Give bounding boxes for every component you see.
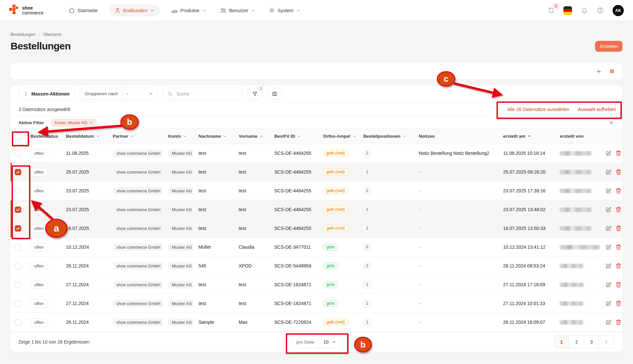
table-row[interactable]: offen18.07.2025shoe commerce GmbHMuster … xyxy=(11,219,622,238)
row-checkbox[interactable] xyxy=(15,319,21,325)
cell-partner: shoe commerce GmbH xyxy=(107,281,163,289)
cell-bestellpositionen: 1 xyxy=(358,281,413,289)
breadcrumb-item[interactable]: Bestellungen xyxy=(11,32,35,37)
table-row[interactable]: offen27.11.2024shoe commerce GmbHMuster … xyxy=(11,275,622,294)
ampel-badge: grün xyxy=(323,281,338,288)
row-checkbox[interactable] xyxy=(15,225,21,232)
edit-icon[interactable] xyxy=(605,169,612,175)
delete-icon[interactable] xyxy=(616,300,621,306)
create-button[interactable]: Erstellen xyxy=(595,41,622,52)
table-row[interactable]: offen27.11.2024shoe commerce GmbHMuster … xyxy=(11,294,622,313)
sync-button[interactable]: 0 xyxy=(548,7,555,14)
nav-item-system[interactable]: System xyxy=(267,4,303,16)
filter-presets-icon[interactable] xyxy=(609,68,615,75)
filter-button[interactable]: 1 xyxy=(248,88,262,100)
column-header-ortho-ampel[interactable]: Ortho-Ampel xyxy=(318,134,358,139)
delete-icon[interactable] xyxy=(616,188,621,194)
partner-badge: shoe commerce GmbH xyxy=(113,225,163,232)
clear-selection-link[interactable]: Auswahl aufheben xyxy=(578,107,616,112)
partner-badge: shoe commerce GmbH xyxy=(113,168,163,176)
redacted-user-name xyxy=(560,151,591,156)
table-row[interactable]: offen25.07.2025shoe commerce GmbHMuster … xyxy=(11,163,622,182)
columns-button[interactable] xyxy=(267,88,282,100)
row-checkbox[interactable] xyxy=(15,300,21,307)
nav-item-startseite[interactable]: Startseite xyxy=(67,4,100,16)
cell-bestellstatus: offen xyxy=(25,149,61,157)
ampel-badge: grün xyxy=(323,300,338,307)
edit-icon[interactable] xyxy=(605,282,612,288)
search-input[interactable] xyxy=(176,91,238,97)
table-row[interactable]: offen28.11.2024shoe commerce GmbHMuster … xyxy=(11,257,622,275)
row-checkbox[interactable] xyxy=(15,150,21,156)
row-checkbox[interactable] xyxy=(15,207,21,213)
select-all-checkbox[interactable] xyxy=(15,133,21,139)
delete-icon[interactable] xyxy=(616,150,621,156)
brand-logo[interactable]: shoecommerce xyxy=(9,4,44,16)
edit-icon[interactable] xyxy=(605,150,612,156)
row-checkbox[interactable] xyxy=(15,244,21,250)
row-checkbox[interactable] xyxy=(15,263,21,269)
column-header-nachname[interactable]: Nachname xyxy=(193,134,233,139)
column-header-bestelldatum[interactable]: Bestelldatum xyxy=(61,134,107,139)
table-row[interactable]: offen26.11.2024shoe commerce GmbHMuster … xyxy=(11,313,622,332)
edit-icon[interactable] xyxy=(605,207,612,213)
cell-notizen: Notiz Bestellung Notiz Bestellung2 xyxy=(413,151,498,156)
column-header-erstellt-am[interactable]: erstellt am xyxy=(498,134,555,139)
edit-icon[interactable] xyxy=(605,319,612,325)
help-icon[interactable] xyxy=(597,7,604,14)
konto-badge: Muster AG xyxy=(168,262,193,270)
chip-remove-icon[interactable]: ✕ xyxy=(90,121,93,125)
edit-icon[interactable] xyxy=(605,188,612,194)
page-button-3[interactable]: 3 xyxy=(584,336,599,348)
user-avatar[interactable]: AK xyxy=(613,5,624,16)
edit-icon[interactable] xyxy=(605,300,612,307)
cell-bestfit-id: SCS-DE-1824871 xyxy=(269,282,318,287)
delete-icon[interactable] xyxy=(616,319,621,325)
status-badge: offen xyxy=(30,224,48,233)
page-button-2[interactable]: 2 xyxy=(569,336,584,348)
filter-chip-konto[interactable]: Konto: Muster AG ✕ xyxy=(51,119,97,127)
delete-icon[interactable] xyxy=(616,225,621,231)
per-page-select[interactable]: pro Seite 10 xyxy=(291,335,341,349)
table-row[interactable]: offen23.07.2025shoe commerce GmbHMuster … xyxy=(11,182,622,200)
table-row[interactable]: offen11.08.2025shoe commerce GmbHMuster … xyxy=(11,144,622,163)
delete-icon[interactable] xyxy=(616,207,621,212)
cell-bestellpositionen: 1 xyxy=(358,319,413,326)
page-button-1[interactable]: 1 xyxy=(554,336,569,348)
select-all-link[interactable]: Alle 28 Datensätze auswählen xyxy=(507,107,569,112)
table-row[interactable]: offen10.12.2024shoe commerce GmbHMuster … xyxy=(11,238,622,257)
row-checkbox[interactable] xyxy=(15,188,21,194)
cell-bestellstatus: offen xyxy=(25,243,61,251)
delete-icon[interactable] xyxy=(616,263,621,269)
next-page-button[interactable] xyxy=(599,336,614,348)
konto-badge: Muster AG xyxy=(168,319,193,326)
column-header-bestellpositionen[interactable]: Bestellpositionen xyxy=(358,134,413,139)
nav-item-produkte[interactable]: Produkte xyxy=(169,4,209,17)
row-checkbox[interactable] xyxy=(15,282,21,288)
delete-icon[interactable] xyxy=(616,244,621,250)
delete-icon[interactable] xyxy=(616,282,621,288)
nav-item-endkunden[interactable]: Endkunden xyxy=(109,4,160,16)
column-header-vorname[interactable]: Vorname xyxy=(233,134,269,139)
delete-icon[interactable] xyxy=(616,169,621,175)
search-icon xyxy=(167,91,173,97)
notifications-bell-icon[interactable] xyxy=(581,7,588,14)
add-filter-icon[interactable] xyxy=(595,68,602,75)
cell-bestfit-id: SCS-DE-4464255 xyxy=(269,169,318,175)
nav-item-benutzer[interactable]: Benutzer xyxy=(218,4,257,17)
edit-icon[interactable] xyxy=(605,225,612,232)
column-header-bestfit-id[interactable]: BestFit ID xyxy=(269,134,318,139)
edit-icon[interactable] xyxy=(605,244,612,250)
column-header-konto[interactable]: Konto xyxy=(163,134,193,139)
breadcrumb-item[interactable]: Übersicht xyxy=(43,32,61,37)
group-by-select[interactable]: Gruppieren nach - xyxy=(80,88,158,100)
column-header-partner[interactable]: Partner xyxy=(107,134,163,139)
table-row[interactable]: offen23.07.2025shoe commerce GmbHMuster … xyxy=(11,200,622,219)
close-filters-icon[interactable] xyxy=(609,120,614,125)
edit-icon[interactable] xyxy=(605,263,612,269)
cell-partner: shoe commerce GmbH xyxy=(107,225,163,232)
positions-count-badge: 1 xyxy=(363,319,371,326)
bulk-actions-button[interactable]: Massen-Aktionen xyxy=(18,88,75,100)
row-checkbox[interactable] xyxy=(15,169,21,175)
language-flag-german[interactable] xyxy=(563,6,572,15)
